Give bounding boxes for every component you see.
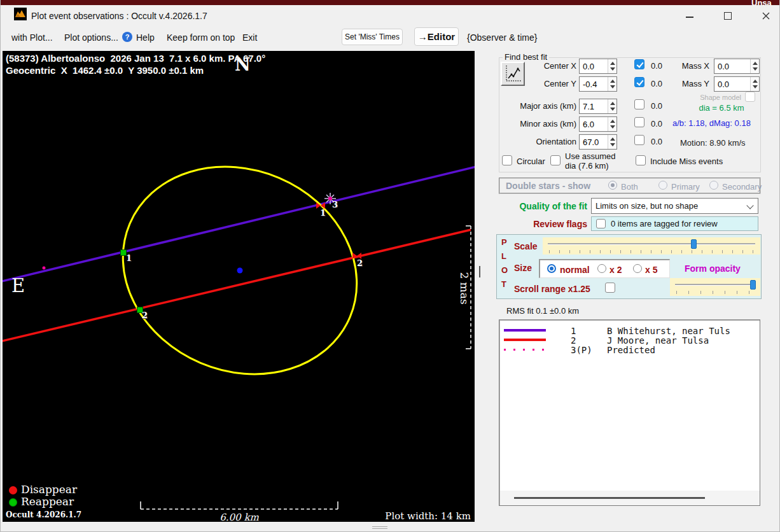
orientation-stepper[interactable]	[608, 135, 616, 149]
circular-label: Circular	[517, 157, 545, 166]
help-icon: ?	[122, 32, 132, 42]
menu-plot-options[interactable]: Plot options...	[64, 32, 118, 43]
size-label: Size	[514, 263, 532, 273]
menu-help[interactable]: Help	[136, 32, 155, 43]
disappear-dot-icon	[9, 486, 17, 494]
minor-axis-fit-checkbox[interactable]	[634, 117, 644, 127]
mass-y-stepper[interactable]	[750, 77, 759, 91]
observations-listbox[interactable]: 1 B Whitehurst, near Tuls 2 J Moore, nea…	[499, 319, 760, 506]
form-opacity-label: Form opacity	[685, 263, 741, 274]
scale-slider[interactable]	[543, 237, 760, 255]
mass-y-label: Mass Y	[670, 79, 709, 88]
center-x-input[interactable]: 0.0	[579, 59, 617, 74]
close-button[interactable]	[755, 9, 777, 23]
shape-model-checkbox[interactable]	[745, 92, 755, 102]
use-assumed-dia-label-2: dia (7.6 km)	[565, 161, 609, 171]
chord-1-swatch	[504, 329, 546, 332]
center-x-stepper[interactable]	[608, 59, 616, 73]
center-x-value[interactable]: 0.0	[583, 62, 594, 71]
form-opacity-track[interactable]	[675, 284, 755, 285]
mass-x-value[interactable]: 0.0	[718, 62, 729, 71]
motion-value: Motion: 8.90 km/s	[680, 138, 746, 148]
editor-button[interactable]: →Editor	[414, 27, 459, 46]
major-axis-stepper[interactable]	[608, 99, 616, 113]
splitter-handle	[479, 266, 480, 277]
center-y-label: Center Y	[513, 79, 576, 88]
quality-combobox[interactable]: Limits on size, but no shape	[591, 198, 758, 214]
mass-x-stepper[interactable]	[750, 59, 759, 73]
chord-2-reappear-label: 2	[142, 311, 148, 320]
splitter[interactable]	[477, 51, 491, 522]
major-axis-fit-checkbox[interactable]	[634, 99, 644, 109]
menu-exit[interactable]: Exit	[242, 32, 257, 43]
observation-row[interactable]: 3(P) Predicted	[499, 344, 760, 354]
mass-y-input[interactable]: 0.0	[714, 76, 760, 92]
double-primary-radio[interactable]	[658, 181, 667, 190]
minor-axis-value[interactable]: 6.0	[583, 120, 594, 129]
major-axis-label: Major axis (km)	[500, 101, 576, 111]
plot-area[interactable]: 2 mas (58373) Albertoalonso 2026 Jan 13 …	[3, 51, 475, 522]
find-best-fit-label: Find best fit	[503, 52, 549, 62]
major-axis-input[interactable]: 7.1	[579, 99, 617, 114]
minor-axis-error: 0.0	[651, 119, 662, 129]
titlebar: Plot event observations : Occult v.4.202…	[1, 5, 780, 25]
chevron-down-icon	[746, 202, 753, 209]
chord-2-swatch	[504, 339, 546, 341]
chord-1-reappear-label: 1	[126, 253, 132, 263]
predicted-label: 3	[332, 200, 338, 209]
minor-axis-input[interactable]: 6.0	[579, 116, 617, 132]
orientation-fit-checkbox[interactable]	[634, 135, 644, 145]
use-assumed-dia-checkbox[interactable]	[550, 155, 561, 165]
plot-version-label: Occult 4.2026.1.7	[6, 510, 81, 519]
circular-checkbox[interactable]	[502, 155, 512, 165]
plot-title-line2: Geocentric X 1462.4 ±0.0 Y 3950.0 ±0.1 k…	[6, 65, 204, 76]
orientation-input[interactable]: 67.0	[579, 134, 617, 150]
plot-letter-l: L	[501, 251, 506, 261]
scroll-range-checkbox[interactable]	[605, 283, 615, 293]
minor-axis-stepper[interactable]	[608, 117, 616, 131]
size-x5-radio[interactable]	[633, 264, 642, 273]
double-both-radio[interactable]	[608, 181, 617, 190]
reappear-dot-icon	[9, 498, 17, 507]
plot-width-label: Plot width: 14 km	[346, 510, 471, 522]
center-y-value[interactable]: -0.4	[583, 80, 597, 89]
include-miss-label: Include Miss events	[650, 157, 723, 166]
minimize-button[interactable]	[679, 9, 700, 23]
occult-plot-window: Unsa Plot event observations : Occult v.…	[0, 0, 780, 532]
menu-keep-form-on-top[interactable]: Keep form on top	[167, 32, 235, 43]
maximize-icon	[724, 12, 732, 20]
size-x2-radio[interactable]	[597, 264, 606, 273]
double-stars-label: Double stars - show	[506, 181, 590, 191]
center-y-fit-checkbox[interactable]	[634, 77, 644, 87]
double-primary-label: Primary	[671, 182, 700, 192]
form-opacity-slider[interactable]	[670, 278, 760, 296]
size-normal-radio[interactable]	[547, 264, 556, 273]
resize-gripper[interactable]	[372, 526, 387, 529]
observation-row[interactable]: 2 J Moore, near Tulsa	[499, 335, 760, 345]
mass-y-value[interactable]: 0.0	[718, 80, 729, 89]
quality-value: Limits on size, but no shape	[595, 201, 698, 211]
observation-row[interactable]: 1 B Whitehurst, near Tuls	[499, 325, 760, 335]
background-overflow-text: Unsa	[751, 0, 772, 5]
east-label: E	[11, 275, 25, 297]
mass-x-input[interactable]: 0.0	[714, 59, 760, 74]
center-y-error: 0.0	[651, 79, 662, 88]
north-label: N	[235, 55, 251, 74]
set-miss-times-button[interactable]: Set 'Miss' Times	[342, 29, 403, 45]
horizontal-scrollbar[interactable]	[500, 491, 760, 505]
double-secondary-radio[interactable]	[709, 181, 718, 190]
center-x-fit-checkbox[interactable]	[634, 59, 644, 69]
review-flags-checkbox[interactable]	[596, 219, 606, 228]
scrollbar-thumb[interactable]	[514, 497, 705, 499]
scale-slider-ticks	[549, 250, 754, 253]
menu-with-plot[interactable]: with Plot...	[11, 32, 53, 43]
scale-slider-track[interactable]	[548, 243, 755, 244]
major-axis-value[interactable]: 7.1	[583, 102, 594, 111]
center-y-input[interactable]: -0.4	[579, 76, 617, 92]
orientation-value[interactable]: 67.0	[583, 137, 599, 147]
center-y-stepper[interactable]	[608, 77, 616, 91]
form-opacity-thumb[interactable]	[750, 280, 756, 290]
include-miss-checkbox[interactable]	[636, 155, 646, 165]
scale-slider-thumb[interactable]	[691, 239, 697, 249]
maximize-button[interactable]	[717, 9, 739, 23]
